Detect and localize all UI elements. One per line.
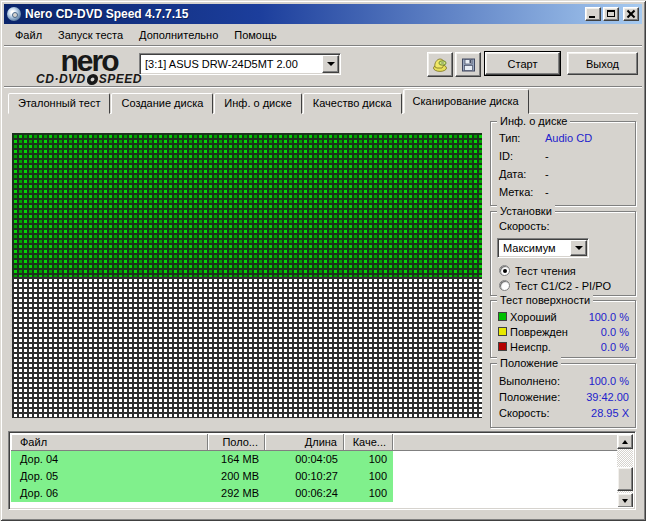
disc-glyph-icon (86, 74, 99, 85)
speed-select-dropdown-button[interactable] (570, 240, 587, 256)
toolbar-separator (4, 86, 642, 88)
menu-file[interactable]: Файл (7, 27, 50, 43)
good-value: 100.0 % (589, 311, 629, 323)
tab-create-disc[interactable]: Создание диска (111, 93, 213, 114)
tab-disc-info[interactable]: Инф. о диске (214, 93, 301, 114)
radio-c1c2-test[interactable]: Тест C1/C2 - PI/PO (499, 279, 611, 292)
speed-label: Скорость: (499, 220, 550, 234)
disc-id-value: - (545, 150, 549, 164)
position-label: Положение: (499, 391, 560, 405)
group-disc-info: Инф. о диске Тип: Audio CD ID: - Дата: -… (490, 121, 636, 206)
track-row[interactable]: Дор. 05 200 MB 00:10:27 100 (11, 468, 633, 485)
column-header-file[interactable]: Файл (11, 434, 208, 451)
track-row[interactable]: Дор. 04 164 MB 00:04:05 100 (11, 451, 633, 468)
good-swatch-icon (498, 312, 507, 321)
nero-logo-subtext: CD·DVD SPEED (30, 73, 148, 85)
column-header-quality[interactable]: Каче... (344, 434, 393, 451)
disc-id-label: ID: (499, 150, 545, 164)
column-header-filler (393, 434, 633, 451)
menu-extra[interactable]: Дополнительно (131, 27, 226, 43)
scroll-up-button[interactable] (617, 434, 633, 449)
minimize-icon (589, 16, 595, 18)
track-row[interactable]: Дор. 06 292 MB 00:06:24 100 (11, 485, 633, 502)
track-position: 200 MB (208, 468, 265, 485)
damaged-swatch-icon (498, 327, 507, 336)
speed-select-value: Максимум (498, 242, 569, 254)
radio-unselected-icon[interactable] (499, 280, 510, 291)
exit-button[interactable]: Выход (567, 52, 638, 75)
drive-select-value: [3:1] ASUS DRW-24D5MT 2.00 (140, 58, 321, 70)
unreadable-value: 0.0 % (601, 341, 629, 353)
save-button[interactable] (455, 52, 481, 77)
close-button[interactable] (623, 7, 639, 21)
tab-scan-disc[interactable]: Сканирование диска (403, 89, 529, 114)
menu-run-test[interactable]: Запуск теста (50, 27, 131, 43)
disc-info-row-label: Метка: - (499, 186, 629, 200)
app-window: Nero CD-DVD Speed 4.7.7.15 Файл Запуск т… (0, 0, 646, 521)
track-position: 292 MB (208, 485, 265, 502)
damaged-label: Поврежден (510, 326, 601, 338)
extras-button[interactable] (427, 52, 453, 77)
radio-read-test[interactable]: Тест чтения (499, 264, 576, 277)
column-header-length[interactable]: Длина (265, 434, 344, 451)
radio-read-test-label: Тест чтения (515, 265, 576, 277)
disc-date-value: - (545, 168, 549, 182)
logo-speed-text: SPEED (99, 73, 142, 85)
start-button[interactable]: Старт (485, 52, 560, 75)
disc-type-label: Тип: (499, 132, 545, 146)
disc-label-label: Метка: (499, 186, 545, 200)
track-quality: 100 (344, 468, 393, 485)
track-length: 00:04:05 (265, 451, 344, 468)
surface-damaged-row: Поврежден 0.0 % (498, 325, 629, 338)
maximize-icon (607, 10, 615, 17)
track-position: 164 MB (208, 451, 265, 468)
title-bar[interactable]: Nero CD-DVD Speed 4.7.7.15 (4, 4, 642, 24)
save-floppy-icon (460, 57, 477, 73)
track-quality: 100 (344, 485, 393, 502)
arrow-down-icon (622, 499, 628, 503)
position-row: Положение: 39:42.00 (499, 391, 629, 405)
damaged-value: 0.0 % (601, 326, 629, 338)
disc-info-row-id: ID: - (499, 150, 629, 164)
scroll-down-button[interactable] (617, 493, 633, 507)
hand-with-discs-icon (432, 57, 449, 73)
column-header-position[interactable]: Поло... (208, 434, 265, 451)
done-value: 100.0 % (589, 375, 629, 389)
group-surface-test-title: Тест поверхности (497, 294, 593, 306)
nero-logo-text: nero (30, 49, 148, 73)
radio-c1c2-test-label: Тест C1/C2 - PI/PO (515, 280, 611, 292)
good-label: Хороший (510, 311, 589, 323)
done-row: Выполнено: 100.0 % (499, 375, 629, 389)
group-position-title: Положение (497, 357, 561, 369)
window-title: Nero CD-DVD Speed 4.7.7.15 (25, 7, 585, 21)
tab-benchmark[interactable]: Эталонный тест (8, 93, 110, 114)
menu-help[interactable]: Помощь (226, 27, 285, 43)
speed-value: 28.95 X (591, 407, 629, 421)
arrow-up-icon (622, 440, 628, 444)
track-file: Дор. 05 (11, 468, 208, 485)
radio-selected-icon[interactable] (499, 265, 510, 276)
disc-info-row-type: Тип: Audio CD (499, 132, 629, 146)
unreadable-label: Неиспр. (510, 341, 601, 353)
done-label: Выполнено: (499, 375, 560, 389)
disc-type-value: Audio CD (545, 132, 592, 146)
disc-date-label: Дата: (499, 168, 545, 182)
track-length: 00:06:24 (265, 485, 344, 502)
cd-disc-icon (7, 7, 21, 21)
scrollbar-thumb[interactable] (617, 467, 633, 491)
unreadable-swatch-icon (498, 342, 507, 351)
track-list-scrollbar[interactable] (617, 434, 633, 507)
disc-label-value: - (545, 186, 549, 200)
surface-scan-grid (12, 133, 482, 418)
drive-select[interactable]: [3:1] ASUS DRW-24D5MT 2.00 (139, 53, 341, 75)
maximize-button[interactable] (603, 7, 619, 21)
tab-disc-quality[interactable]: Качество диска (303, 93, 402, 114)
disc-info-row-date: Дата: - (499, 168, 629, 182)
speed-select[interactable]: Максимум (497, 238, 589, 258)
chevron-down-icon (327, 62, 335, 66)
speed-label-row: Скорость: (499, 220, 629, 234)
unscanned-area (12, 277, 482, 418)
drive-select-dropdown-button[interactable] (322, 55, 339, 73)
minimize-button[interactable] (585, 7, 601, 21)
toolbar: nero CD·DVD SPEED [3:1] ASUS DRW-24D5MT … (4, 48, 642, 86)
